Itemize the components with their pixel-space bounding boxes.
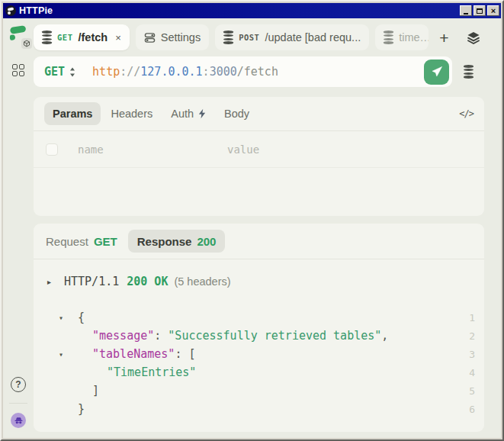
url-port: 3000 (210, 65, 237, 79)
tab-title: Settings (161, 31, 201, 43)
anonymous-avatar[interactable] (11, 413, 26, 428)
window-title: HTTPie (19, 5, 457, 16)
close-icon: × (491, 7, 496, 15)
protocol: HTTP/1.1 (64, 275, 119, 288)
cube-icon (23, 40, 30, 47)
json-line: ] 5 (34, 381, 484, 400)
json-line: ▾ "tableNames": [ 3 (34, 345, 484, 363)
tab-settings[interactable]: Settings (136, 24, 209, 50)
url-input[interactable]: http://127.0.0.1:3000/fetch (92, 65, 424, 79)
param-value-input[interactable]: value (227, 143, 259, 156)
tab-title: /fetch (78, 31, 108, 43)
layers-icon (467, 31, 480, 44)
request-method-badge: GET (94, 235, 117, 248)
json-line: ▾ { 1 (34, 308, 484, 327)
line-number: 1 (461, 312, 475, 324)
headers-count: (5 headers) (174, 275, 230, 288)
json-line: } 6 (34, 400, 484, 418)
response-body: ▾ { 1 "message": "Successfully retrieved… (34, 308, 484, 418)
httpie-logo[interactable] (8, 24, 29, 47)
httpie-window-icon (5, 5, 16, 16)
tab-title: /update [bad requ... (265, 31, 361, 43)
settings-icon (144, 32, 156, 43)
request-panel: Params Headers Auth Body </> name val (34, 97, 484, 216)
line-number: 4 (461, 367, 475, 378)
tab-get-fetch[interactable]: GET /fetch × (34, 24, 130, 50)
tab-response[interactable]: Response 200 (128, 230, 226, 253)
response-tabs: Request GET Response 200 (34, 224, 484, 259)
incognito-icon (14, 416, 24, 426)
database-icon (384, 31, 393, 43)
param-checkbox[interactable] (46, 143, 58, 156)
response-panel: Request GET Response 200 ▸ HTTP/1.1 200 … (34, 224, 484, 432)
sidebar: ? (3, 18, 34, 438)
url-path: /fetch (237, 65, 278, 79)
request-options-button[interactable] (452, 65, 484, 78)
main-area: GET /fetch × Settings (34, 18, 501, 438)
json-key: "tableNames" (92, 347, 175, 361)
close-button[interactable]: × (487, 5, 499, 16)
tab-body[interactable]: Body (216, 102, 258, 125)
maximize-button[interactable] (474, 5, 486, 16)
method-select[interactable]: GET (44, 65, 75, 79)
url-host: 127.0.0.1 (140, 65, 202, 79)
tab-request[interactable]: Request GET (46, 230, 117, 253)
fold-icon[interactable]: ▾ (59, 314, 78, 322)
database-icon (42, 31, 52, 43)
url-row: GET http://127.0.0.1:3000/fetch (34, 56, 484, 87)
tab-method: GET (57, 33, 72, 42)
lightning-bolt-icon (198, 108, 206, 119)
maximize-icon (477, 8, 483, 14)
tab-auth[interactable]: Auth (162, 102, 214, 125)
app-window: HTTPie × (0, 0, 504, 441)
tab-method: POST (239, 33, 259, 42)
url-scheme: http (92, 65, 120, 79)
tab-title: time… (399, 31, 429, 43)
app-body: ? GET (3, 18, 501, 438)
database-icon (223, 31, 233, 43)
line-number: 5 (461, 385, 475, 397)
param-row: name value (34, 131, 484, 168)
url-bar[interactable]: GET http://127.0.0.1:3000/fetch (34, 56, 452, 87)
grid-icon (12, 64, 18, 69)
minimize-button[interactable] (460, 5, 472, 16)
minimize-icon (464, 13, 468, 14)
database-icon (464, 65, 474, 78)
json-key: "message" (92, 329, 154, 343)
question-icon: ? (15, 379, 21, 390)
tab-bar: GET /fetch × Settings (34, 24, 484, 51)
method-label: GET (44, 65, 65, 79)
paper-plane-icon (431, 66, 443, 78)
line-number: 6 (461, 404, 475, 415)
tab-time[interactable]: time… (375, 24, 429, 50)
fold-icon[interactable]: ▾ (59, 350, 78, 359)
sidebar-divider (9, 403, 27, 404)
help-button[interactable]: ? (11, 377, 26, 392)
tab-params[interactable]: Params (44, 102, 101, 125)
json-string: "Successfully retrieved tables" (168, 329, 381, 343)
json-line: "TimeEntries" 4 (34, 363, 484, 381)
request-tabs: Params Headers Auth Body </> (34, 97, 484, 130)
titlebar[interactable]: HTTPie × (3, 3, 501, 18)
environment-badge[interactable] (21, 38, 32, 49)
tab-post-update[interactable]: POST /update [bad requ... (215, 24, 369, 50)
close-tab-icon[interactable]: × (113, 32, 121, 43)
response-status-line: ▸ HTTP/1.1 200 OK (5 headers) (34, 259, 484, 288)
json-line: "message": "Successfully retrieved table… (34, 327, 484, 345)
tabs-overview-button[interactable] (12, 64, 24, 76)
code-view-toggle[interactable]: </> (459, 108, 474, 119)
chevron-up-down-icon (69, 67, 75, 77)
send-button[interactable] (424, 60, 449, 85)
status-text: 200 OK (127, 275, 168, 288)
line-number: 3 (461, 349, 475, 360)
status-code-badge: 200 (197, 235, 216, 248)
line-number: 2 (461, 330, 475, 342)
json-string: "TimeEntries" (107, 365, 196, 379)
collections-button[interactable] (467, 31, 480, 44)
param-name-input[interactable]: name (78, 143, 227, 156)
expand-headers-icon[interactable]: ▸ (47, 278, 64, 286)
tab-headers[interactable]: Headers (102, 102, 161, 125)
new-tab-button[interactable]: + (435, 30, 453, 46)
